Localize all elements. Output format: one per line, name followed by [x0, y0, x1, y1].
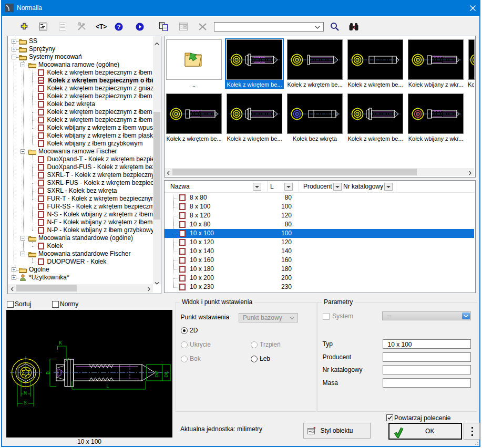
svg-text:?: ? — [117, 24, 121, 30]
svg-text:M: M — [24, 391, 27, 397]
svg-text:DK: DK — [164, 371, 169, 377]
svg-text:D: D — [46, 371, 52, 374]
svg-text:DW: DW — [155, 371, 160, 377]
svg-text:S: S — [24, 400, 27, 406]
svg-text:L: L — [106, 383, 109, 389]
svg-text:K: K — [59, 340, 62, 346]
